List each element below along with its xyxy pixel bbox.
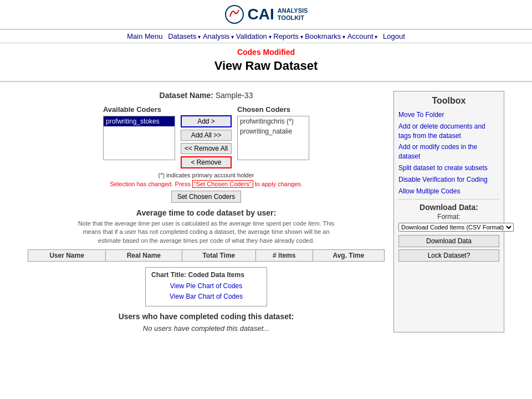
remove-button[interactable]: < Remove	[181, 156, 232, 168]
toolbox-link-disable-verification[interactable]: Disable Verification for Coding	[398, 175, 499, 185]
avg-time-note: Note that the average time per user is c…	[73, 219, 339, 245]
main-layout: Dataset Name: Sample-33 Available Coders…	[17, 85, 515, 338]
download-data-button[interactable]: Download Data	[398, 235, 499, 247]
add-all-button[interactable]: Add All >>	[181, 130, 232, 141]
main-nav: Main Menu Datasets Analysis Validation R…	[0, 30, 532, 43]
site-header: CAI ANALYSISTOOLKIT	[0, 0, 532, 30]
nav-logout[interactable]: Logout	[383, 32, 405, 40]
chart-title-value: Coded Data Items	[188, 271, 244, 279]
set-chosen-button[interactable]: Set Chosen Coders	[171, 191, 242, 203]
svg-point-0	[226, 6, 243, 23]
download-title: Download Data:	[398, 203, 499, 212]
nav-main-menu[interactable]: Main Menu	[127, 32, 162, 40]
toolbox-link-allow-multiple[interactable]: Allow Multiple Codes	[398, 187, 499, 196]
toolbox-link-move-folder[interactable]: Move To Folder	[398, 110, 499, 120]
user-time-table: User Name Real Name Total Time # items A…	[28, 249, 385, 262]
chart-title-box: Chart Title: Coded Data Items View Pie C…	[145, 267, 267, 306]
chosen-coder-item[interactable]: profwritingchris (*)	[238, 116, 309, 126]
status-banner: Codes Modified	[0, 48, 532, 57]
available-coder-item[interactable]: profwriting_stokes	[104, 116, 175, 126]
chosen-coders-listbox[interactable]: profwritingchris (*) prowriting_natalie	[237, 116, 309, 160]
col-username: User Name	[28, 250, 106, 262]
dataset-name-value: Sample-33	[216, 91, 253, 100]
col-realname: Real Name	[106, 250, 182, 262]
page-header: Codes Modified View Raw Dataset	[0, 43, 532, 78]
set-chosen-btn-row: Set Chosen Coders	[28, 191, 385, 203]
nav-account[interactable]: Account	[347, 32, 378, 40]
download-select-row: Download Coded Items (CSV Format)	[398, 223, 499, 232]
col-avgtime: Avg. Time	[313, 250, 384, 262]
remove-all-button[interactable]: << Remove All	[181, 143, 232, 154]
page-title: View Raw Dataset	[0, 59, 532, 73]
primary-note: (*) indicates primary account holder	[28, 172, 385, 178]
chart-links: View Pie Chart of Codes View Bar Chart o…	[151, 281, 261, 302]
download-format-label: Format:	[398, 213, 499, 221]
logo-area: CAI ANALYSISTOOLKIT	[0, 4, 532, 24]
main-content: Dataset Name: Sample-33 Available Coders…	[28, 91, 385, 332]
col-items: # items	[256, 250, 313, 262]
logo-cai-text: CAI	[248, 6, 274, 23]
toolbox-link-add-modify-codes[interactable]: Add or modify codes in the dataset	[398, 142, 499, 161]
nav-datasets[interactable]: Datasets	[168, 32, 201, 40]
col-totaltime: Total Time	[182, 250, 255, 262]
available-coders-label: Available Coders	[103, 105, 175, 114]
dataset-name-label: Dataset Name:	[160, 91, 213, 100]
download-format-select[interactable]: Download Coded Items (CSV Format)	[398, 223, 514, 232]
bar-chart-link[interactable]: View Bar Chart of Codes	[151, 291, 261, 302]
logo-sub-text: ANALYSISTOOLKIT	[278, 7, 308, 22]
available-coders-box: Available Coders profwriting_stokes	[103, 105, 175, 160]
avg-time-title: Average time to code dataset by user:	[28, 208, 385, 217]
selection-changed-notice: Selection has changed. Press "Set Chosen…	[28, 181, 385, 187]
toolbox-link-split-dataset[interactable]: Split dataset to create subsets	[398, 163, 499, 173]
set-chosen-link[interactable]: "Set Chosen Coders"	[192, 180, 253, 188]
chosen-coders-box: Chosen Coders profwritingchris (*) prowr…	[237, 105, 309, 160]
chosen-coders-label: Chosen Coders	[237, 105, 309, 114]
nav-validation[interactable]: Validation	[236, 32, 272, 40]
chosen-coder-item[interactable]: prowriting_natalie	[238, 126, 309, 136]
add-button[interactable]: Add >	[181, 115, 232, 127]
selection-changed-suffix: to apply changes.	[255, 181, 303, 187]
available-coders-listbox[interactable]: profwriting_stokes	[103, 116, 175, 160]
chart-title-label: Chart Title: Coded Data Items	[151, 271, 261, 279]
nav-reports[interactable]: Reports	[273, 32, 303, 40]
toolbox-divider	[398, 199, 499, 200]
lock-dataset-button[interactable]: Lock Dataset?	[398, 249, 499, 262]
coders-section: Available Coders profwriting_stokes Add …	[28, 105, 385, 168]
dataset-name-row: Dataset Name: Sample-33	[28, 91, 385, 100]
nav-bookmarks[interactable]: Bookmarks	[305, 32, 345, 40]
no-users-message: No users have completed this dataset...	[28, 324, 385, 332]
pie-chart-link[interactable]: View Pie Chart of Codes	[151, 281, 261, 291]
selection-changed-text: Selection has changed. Press	[110, 181, 191, 187]
completed-section-label: Users who have completed coding this dat…	[28, 312, 385, 321]
coders-controls: Add > Add All >> << Remove All < Remove	[181, 105, 232, 168]
nav-analysis[interactable]: Analysis	[203, 32, 234, 40]
toolbox-sidebar: Toolbox Move To Folder Add or delete doc…	[393, 91, 504, 332]
toolbox-title: Toolbox	[398, 96, 499, 106]
cai-logo-icon	[224, 4, 244, 24]
toolbox-link-add-delete-docs[interactable]: Add or delete documents and tags from th…	[398, 122, 499, 141]
chart-title-prefix: Chart Title:	[151, 271, 186, 279]
